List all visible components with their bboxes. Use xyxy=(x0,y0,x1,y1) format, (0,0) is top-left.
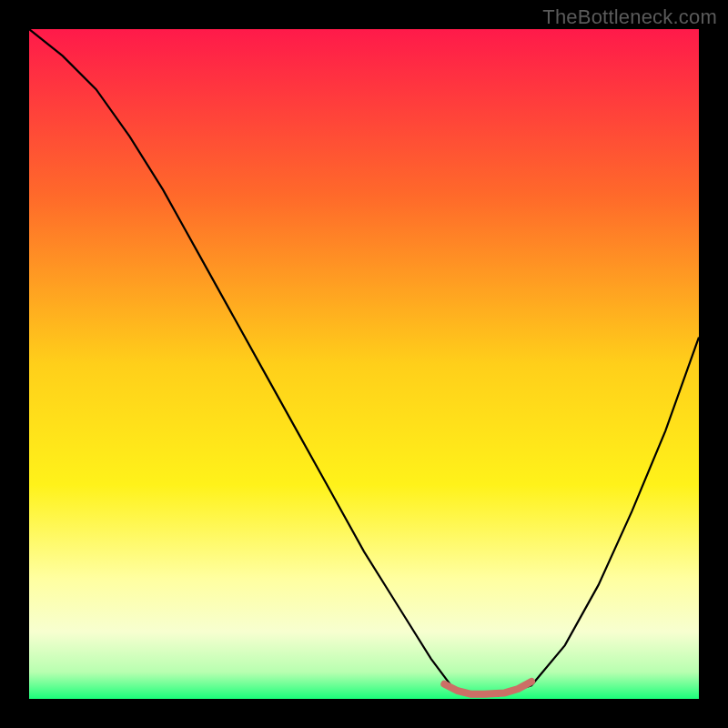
chart-plot-area xyxy=(29,29,699,699)
chart-background xyxy=(29,29,699,699)
watermark-text: TheBottleneck.com xyxy=(542,5,717,29)
chart-svg xyxy=(29,29,699,699)
